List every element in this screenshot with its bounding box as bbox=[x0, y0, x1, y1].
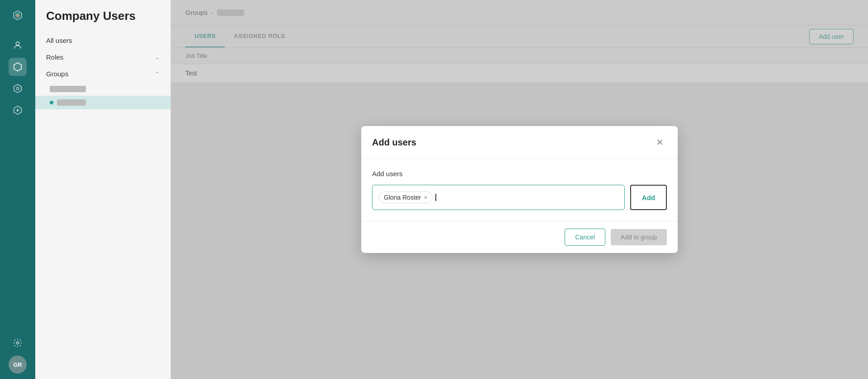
nav-item-label: Roles bbox=[46, 53, 63, 61]
group1-label bbox=[50, 86, 86, 92]
page-title: Company Users bbox=[35, 9, 170, 32]
svg-rect-4 bbox=[17, 16, 19, 17]
user-tag-remove-button[interactable]: × bbox=[424, 194, 427, 201]
text-cursor bbox=[435, 194, 436, 201]
sidebar-icon-users[interactable] bbox=[9, 36, 27, 54]
sidebar-icon-hex1[interactable] bbox=[9, 58, 27, 76]
svg-point-8 bbox=[16, 87, 19, 90]
chevron-down-icon: ⌄ bbox=[155, 54, 160, 61]
modal-footer: Cancel Add to group bbox=[361, 221, 678, 253]
main-content: Groups › USERS ASSIGNED ROLE Add user Jo… bbox=[171, 0, 868, 379]
svg-point-5 bbox=[16, 42, 19, 45]
add-button[interactable]: Add bbox=[630, 185, 667, 210]
user-tag-gloria: Gloria Roster × bbox=[379, 192, 433, 203]
modal-body: Add users Gloria Roster × Add bbox=[361, 159, 678, 221]
modal-overlay: Add users ✕ Add users Gloria Roster × Ad… bbox=[171, 0, 868, 379]
nav-item-roles[interactable]: Roles ⌄ bbox=[35, 49, 170, 66]
nav-sub-item-group1[interactable] bbox=[35, 82, 170, 96]
svg-rect-3 bbox=[16, 15, 19, 16]
svg-marker-6 bbox=[14, 63, 22, 71]
modal-header: Add users ✕ bbox=[361, 126, 678, 159]
app-logo[interactable] bbox=[8, 5, 28, 25]
svg-point-12 bbox=[16, 342, 19, 344]
user-tag-name: Gloria Roster bbox=[384, 194, 421, 201]
svg-marker-7 bbox=[14, 84, 22, 93]
nav-item-label: Groups bbox=[46, 70, 68, 78]
left-panel: Company Users All users Roles ⌄ Groups ⌃ bbox=[35, 0, 171, 379]
nav-item-all-users[interactable]: All users bbox=[35, 32, 170, 49]
group2-label bbox=[57, 99, 86, 106]
modal-section-label: Add users bbox=[372, 170, 667, 178]
active-dot bbox=[50, 101, 53, 104]
chevron-up-icon: ⌃ bbox=[155, 71, 160, 77]
sidebar-icon-hex3[interactable] bbox=[9, 101, 27, 119]
add-users-modal: Add users ✕ Add users Gloria Roster × Ad… bbox=[361, 126, 678, 253]
sidebar-bottom: GR bbox=[9, 334, 27, 374]
cancel-button[interactable]: Cancel bbox=[565, 229, 605, 246]
sidebar-icon-settings[interactable] bbox=[9, 334, 27, 352]
sidebar-icon-hex2[interactable] bbox=[9, 80, 27, 98]
user-input-row: Gloria Roster × Add bbox=[372, 185, 667, 210]
modal-title: Add users bbox=[372, 137, 416, 148]
add-to-group-button[interactable]: Add to group bbox=[611, 229, 667, 245]
nav-item-groups[interactable]: Groups ⌃ bbox=[35, 66, 170, 82]
nav-sub-item-group2[interactable] bbox=[35, 96, 170, 109]
sidebar: GR bbox=[0, 0, 35, 379]
user-input-field[interactable]: Gloria Roster × bbox=[372, 185, 625, 210]
user-avatar[interactable]: GR bbox=[9, 356, 27, 374]
modal-close-button[interactable]: ✕ bbox=[652, 135, 667, 150]
svg-rect-2 bbox=[17, 14, 19, 15]
nav-item-label: All users bbox=[46, 37, 72, 44]
